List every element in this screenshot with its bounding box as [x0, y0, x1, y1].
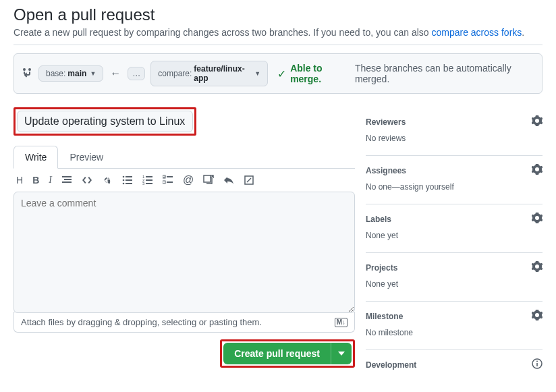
reply-icon[interactable] [223, 175, 234, 186]
mention-icon[interactable]: @ [183, 174, 194, 186]
compare-forks-link[interactable]: compare across forks [431, 27, 522, 38]
svg-rect-11 [146, 183, 152, 184]
editor-toolbar: H B I 123 @ [13, 169, 355, 192]
svg-rect-13 [167, 176, 173, 177]
markdown-icon[interactable]: M↓ [335, 318, 348, 327]
caret-down-icon: ▼ [254, 70, 260, 77]
svg-rect-16 [204, 175, 211, 182]
labels-title: Labels [366, 215, 391, 224]
unordered-list-icon[interactable] [122, 175, 133, 186]
svg-rect-9 [146, 176, 152, 177]
page-subtitle: Create a new pull request by comparing c… [13, 27, 543, 45]
gear-icon[interactable] [532, 164, 543, 177]
arrow-left-icon: ← [110, 67, 121, 80]
gear-icon[interactable] [532, 213, 543, 225]
italic-icon[interactable]: I [49, 175, 52, 186]
compare-icon [22, 67, 33, 80]
bold-icon[interactable]: B [32, 175, 39, 186]
svg-rect-4 [126, 179, 132, 181]
gear-icon[interactable] [532, 115, 543, 128]
branch-compare-bar: base: main▼ ← … compare: feature/linux-a… [13, 53, 543, 94]
link-icon[interactable] [102, 175, 113, 186]
check-icon: ✓ [277, 67, 286, 80]
projects-value: None yet [366, 279, 543, 289]
comment-textarea[interactable] [13, 192, 355, 313]
create-pull-request-button[interactable]: Create pull request [223, 343, 331, 364]
compare-branch-select[interactable]: compare: feature/linux-app▼ [150, 61, 268, 86]
title-highlight-box: Update operating system to Linux [13, 107, 196, 136]
svg-rect-5 [126, 183, 132, 184]
attach-hint-bar[interactable]: Attach files by dragging & dropping, sel… [13, 312, 355, 333]
caret-down-icon: ▼ [90, 70, 96, 77]
svg-rect-14 [163, 181, 165, 184]
milestone-title: Milestone [366, 312, 403, 321]
task-list-icon[interactable] [163, 175, 173, 186]
cross-ref-icon[interactable] [203, 175, 214, 186]
tab-preview[interactable]: Preview [58, 146, 115, 169]
gear-icon[interactable] [532, 261, 543, 274]
gear-icon[interactable] [532, 310, 543, 323]
labels-value: None yet [366, 231, 543, 240]
svg-point-2 [123, 183, 125, 185]
quote-icon[interactable] [61, 175, 72, 186]
assignees-value: No one—assign yourself [366, 182, 543, 192]
diff-icon[interactable] [244, 175, 254, 186]
svg-rect-10 [146, 179, 152, 181]
ordered-list-icon[interactable]: 123 [142, 175, 153, 186]
tab-write[interactable]: Write [13, 146, 58, 169]
milestone-value: No milestone [366, 328, 543, 337]
base-branch-select[interactable]: base: main▼ [38, 65, 103, 82]
editor-tabs: Write Preview [13, 145, 355, 169]
svg-point-1 [123, 179, 125, 181]
sidebar: Reviewers No reviews Assignees No one—as… [366, 107, 543, 376]
projects-title: Projects [366, 263, 397, 273]
assignees-title: Assignees [366, 166, 406, 175]
svg-point-20 [536, 361, 538, 362]
create-highlight-box: Create pull request [220, 339, 355, 368]
info-icon[interactable] [532, 358, 543, 371]
reviewers-title: Reviewers [366, 117, 406, 127]
development-title: Development [366, 360, 416, 370]
reviewers-value: No reviews [366, 134, 543, 143]
page-title: Open a pull request [13, 5, 543, 24]
svg-text:3: 3 [142, 181, 145, 186]
heading-icon[interactable]: H [16, 175, 23, 186]
ellipsis-button[interactable]: … [128, 67, 145, 80]
svg-rect-15 [167, 181, 173, 183]
merge-status: ✓ Able to merge. These branches can be a… [277, 63, 534, 84]
assign-yourself-link[interactable]: assign yourself [400, 182, 454, 192]
pr-title-input[interactable]: Update operating system to Linux [17, 111, 193, 132]
svg-rect-3 [126, 176, 132, 177]
svg-rect-19 [536, 363, 538, 366]
create-pull-request-dropdown[interactable] [331, 343, 352, 364]
svg-point-0 [123, 176, 125, 178]
code-icon[interactable] [82, 175, 92, 186]
